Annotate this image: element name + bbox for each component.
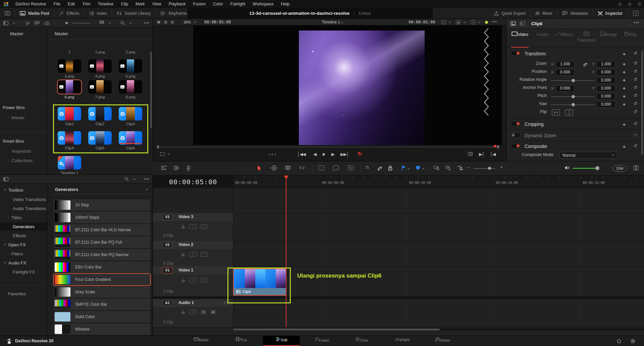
marker-chevron-icon[interactable]: ∨ xyxy=(422,167,425,170)
pitch-field[interactable]: 0.000 xyxy=(597,93,615,100)
menu-fusion[interactable]: Fusion xyxy=(189,2,209,6)
collapse-toolbar-icon[interactable]: ∨ xyxy=(633,11,639,16)
menu-help[interactable]: Help xyxy=(277,2,293,6)
zoom-out-button[interactable]: – xyxy=(467,164,470,170)
generator-four-color-selected[interactable]: Four Color Gradient xyxy=(54,274,150,285)
tree-video-transitions[interactable]: Video Transitions xyxy=(0,195,47,203)
cropping-toggle[interactable] xyxy=(511,121,520,126)
generator-100mv[interactable]: 100mV Steps xyxy=(54,212,150,223)
loop-clip-icon[interactable] xyxy=(468,152,473,156)
flip-horizontal-button[interactable] xyxy=(552,109,560,115)
media-pool-button[interactable]: Media Pool xyxy=(15,8,54,18)
tree-filters[interactable]: >Filters xyxy=(0,250,47,258)
overwrite-clip-icon[interactable]: → xyxy=(333,165,339,170)
yaw-keyframe-icon[interactable]: ◆ xyxy=(623,102,626,106)
clip-info-icon[interactable] xyxy=(511,21,516,26)
zoom-in-button[interactable]: + xyxy=(500,164,503,170)
expand-icon[interactable]: > xyxy=(7,116,9,119)
track-header-v1[interactable]: V1 Video 1 xyxy=(153,266,233,275)
play-reverse-button[interactable]: ◀ xyxy=(313,152,316,157)
tree-open-fx[interactable]: ∨Open FX xyxy=(0,241,47,249)
position-y-field[interactable]: 0.000 xyxy=(597,69,615,76)
viewer-option2-icon[interactable]: ▦ xyxy=(456,20,461,24)
scrub-in-handle[interactable] xyxy=(157,145,159,148)
timeline-selector-chevron-icon[interactable]: ∨ xyxy=(341,21,344,24)
generator-bt2111-pq-narrow[interactable]: BT.2111 Color Bar PQ Narrow xyxy=(54,249,150,260)
collapse-icon[interactable]: ∨ xyxy=(4,243,7,246)
track-filmstrip-icon[interactable] xyxy=(201,224,208,229)
track-name-v1[interactable]: Video 1 xyxy=(178,268,193,273)
menu-fairlight[interactable]: Fairlight xyxy=(227,2,249,6)
track-header-v2[interactable]: V2 Video 2 xyxy=(153,241,233,249)
menu-color[interactable]: Color xyxy=(209,2,227,6)
menu-clip[interactable]: Clip xyxy=(117,2,132,6)
track-header-a1[interactable]: A1 Audio 1 2.0 xyxy=(153,299,233,307)
loop-button-active[interactable]: ↻ xyxy=(358,151,362,157)
track-auto-select-icon[interactable]: ◇ xyxy=(189,310,197,314)
media-item-timeline1[interactable]: ✓Timeline 1 xyxy=(58,156,81,175)
track-filmstrip-icon[interactable] xyxy=(201,278,208,283)
position-lock-icon[interactable] xyxy=(388,165,392,170)
inspector-tab-file[interactable]: File xyxy=(620,32,641,47)
timeline-clip-clip6[interactable]: Clip6 xyxy=(233,268,286,296)
cropping-keyframe-icon[interactable]: ◆ xyxy=(623,122,626,126)
rotation-field[interactable]: 0.000 xyxy=(597,77,615,84)
inspector-tab-image[interactable]: Image xyxy=(598,32,619,47)
mixer-button[interactable]: Mixer xyxy=(531,8,557,18)
effects-button[interactable]: Effects xyxy=(54,8,84,18)
generator-grey-scale[interactable]: Grey Scale xyxy=(54,286,150,298)
grid-view-chevron-icon[interactable]: ∨ xyxy=(108,22,111,24)
relink-icon[interactable] xyxy=(25,21,30,25)
media-item-8png[interactable]: 8.png xyxy=(119,80,142,99)
viewer-option3-chevron-icon[interactable]: ∨ xyxy=(478,21,481,24)
tree-fairlight-fx[interactable]: Fairlight FX xyxy=(0,268,47,276)
track-name-v2[interactable]: Video 2 xyxy=(178,242,193,247)
zoom-detail-icon[interactable] xyxy=(445,165,451,170)
expand-icon[interactable]: > xyxy=(7,159,9,162)
track-mute-button[interactable]: M xyxy=(210,310,216,314)
settings-gear-icon[interactable] xyxy=(630,339,635,344)
track-lock-icon[interactable] xyxy=(181,278,185,283)
voiceover-mic-icon[interactable] xyxy=(186,165,191,171)
timeline-ruler-ticks[interactable] xyxy=(233,176,644,179)
dual-viewer-icon[interactable]: ▥ xyxy=(164,20,167,24)
metadata-button[interactable]: Metadata xyxy=(557,8,592,18)
track-lock-icon[interactable] xyxy=(181,252,185,257)
track-id-a1[interactable]: A1 xyxy=(162,300,172,306)
cloud-sync-icon[interactable] xyxy=(44,21,50,25)
media-item-clip1[interactable]: Clip1 xyxy=(58,107,81,126)
replace-clip-icon[interactable]: ↻ xyxy=(348,165,354,170)
menu-workspace[interactable]: Workspace xyxy=(249,2,277,6)
viewer-option2-chevron-icon[interactable]: ∨ xyxy=(463,21,466,24)
viewer-zoom-level[interactable]: 30% xyxy=(183,20,191,24)
panel-layout-icon[interactable] xyxy=(634,165,639,170)
yaw-slider[interactable] xyxy=(551,104,595,105)
inspector-menu-icon[interactable]: ••• xyxy=(634,20,639,25)
expand-icon[interactable]: > xyxy=(7,216,9,219)
insert-clip-icon[interactable]: ↓ xyxy=(318,165,324,170)
menu-file[interactable]: File xyxy=(50,2,64,6)
rotation-reset-icon[interactable]: ↺ xyxy=(633,77,637,82)
timeline-playhead[interactable] xyxy=(286,176,286,327)
track-header-v3[interactable]: V3 Video 3 xyxy=(153,213,233,221)
transform-reset-icon[interactable]: ↺ xyxy=(633,50,637,56)
collapse-icon[interactable]: ∨ xyxy=(4,189,7,191)
viewer-mode-chevron-icon[interactable]: ∨ xyxy=(167,153,170,156)
tree-audio-fx[interactable]: ∨Audio FX xyxy=(0,259,47,267)
bin-view-icon[interactable] xyxy=(3,21,8,25)
cropping-reset-icon[interactable]: ↺ xyxy=(633,121,637,126)
inspector-button[interactable]: Inspector xyxy=(593,8,627,18)
collapse-list-icon[interactable]: ∨ xyxy=(146,188,149,191)
zoom-keyframe-icon[interactable]: ◆ xyxy=(623,62,626,66)
razor-blade-icon[interactable] xyxy=(285,165,291,170)
generator-bt2111-hlg[interactable]: BT.2111 Color Bar HLG Narrow xyxy=(54,224,150,236)
thumb-size-dot-icon[interactable] xyxy=(65,22,68,24)
go-to-last-frame-button[interactable]: ▶▶│ xyxy=(340,152,349,157)
go-to-first-frame-button[interactable]: │◀◀ xyxy=(297,152,306,157)
cinema-viewer-icon[interactable]: ▤ xyxy=(171,20,174,24)
pitch-keyframe-icon[interactable]: ◆ xyxy=(623,94,626,98)
panel-view-icon[interactable] xyxy=(3,177,8,181)
viewer-option3-icon[interactable]: ✛ xyxy=(471,20,476,24)
expand-icon[interactable]: > xyxy=(7,252,9,255)
power-bins-header[interactable]: Power Bins xyxy=(0,103,47,111)
